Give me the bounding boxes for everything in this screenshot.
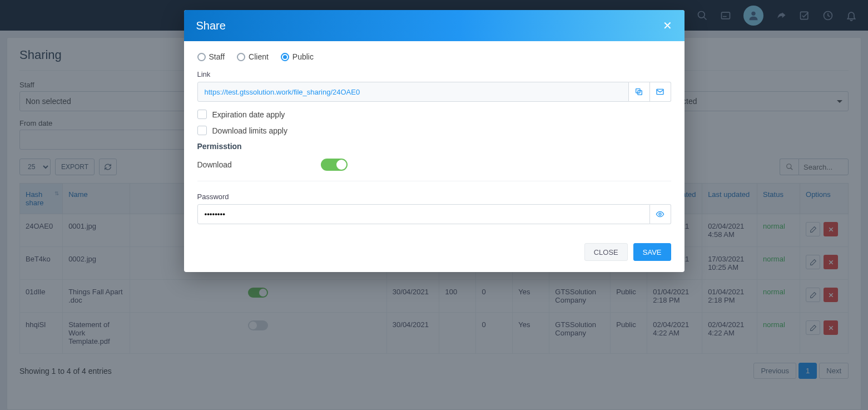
password-label: Password [197,192,671,201]
link-label: Link [197,70,671,78]
toggle-password-visibility[interactable] [650,204,671,224]
share-modal: Share ✕ Staff Client Public Link [184,10,685,272]
radio-public-label: Public [292,52,314,61]
share-type-radios: Staff Client Public [197,52,671,61]
copy-link-button[interactable] [629,82,650,102]
radio-public[interactable]: Public [281,52,314,61]
password-input[interactable] [197,204,650,224]
expiration-checkbox[interactable]: Expiration date apply [197,110,671,119]
share-link-input[interactable] [197,82,629,102]
download-limits-checkbox[interactable]: Download limits apply [197,126,671,135]
permission-download-label: Download [197,160,232,169]
radio-client-label: Client [249,52,269,61]
svg-point-20 [659,213,661,215]
close-icon[interactable]: ✕ [663,19,672,32]
radio-staff-label: Staff [209,52,225,61]
save-button[interactable]: SAVE [633,243,671,261]
modal-title: Share [196,19,226,32]
permission-title: Permisstion [197,142,671,151]
expiration-label: Expiration date apply [212,110,285,119]
permission-download-toggle[interactable] [321,159,348,171]
download-limits-label: Download limits apply [212,126,287,135]
close-button[interactable]: CLOSE [584,243,628,261]
radio-client[interactable]: Client [237,52,269,61]
radio-staff[interactable]: Staff [197,52,225,61]
email-link-button[interactable] [650,82,671,102]
modal-overlay: Share ✕ Staff Client Public Link [0,0,868,410]
